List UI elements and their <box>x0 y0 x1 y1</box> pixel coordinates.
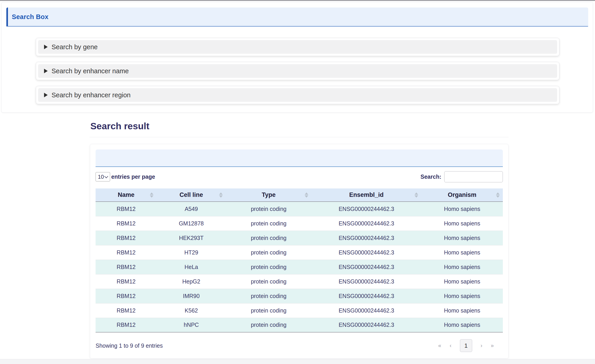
search-input[interactable] <box>444 171 503 182</box>
cell-organism: Homo sapiens <box>421 202 503 216</box>
cell-cell-line: hNPC <box>157 318 226 332</box>
results-table-head: Name Cell line Type Ensembl_id <box>96 188 503 202</box>
sort-icon <box>150 192 154 198</box>
cell-type: protein coding <box>226 216 312 231</box>
pagination-last-button[interactable]: » <box>491 343 494 348</box>
accordion-search-by-enhancer-name: Search by enhancer name <box>36 62 559 80</box>
cell-type: protein coding <box>226 231 312 245</box>
cell-ensembl-id: ENSG00000244462.3 <box>312 318 421 332</box>
cell-type: protein coding <box>226 245 312 260</box>
cell-organism: Homo sapiens <box>421 231 503 245</box>
accordion-search-by-enhancer-region: Search by enhancer region <box>36 86 559 104</box>
cell-cell-line: HeLa <box>157 260 226 274</box>
page-top-edge <box>0 0 595 1</box>
search-result-heading: Search result <box>90 121 149 131</box>
cell-organism: Homo sapiens <box>421 274 503 289</box>
cell-type: protein coding <box>226 289 312 303</box>
section-divider <box>89 137 509 137</box>
search-field-label: Search: <box>420 173 441 180</box>
cell-name: RBM12 <box>96 318 157 332</box>
table-controls: 10 entries per page Search: <box>96 171 503 182</box>
table-row: RBM12 HepG2 protein coding ENSG000002444… <box>96 274 503 289</box>
page: Search Box Search by gene Search by enha… <box>0 0 595 364</box>
page-bottom-edge <box>0 359 595 364</box>
table-search-control: Search: <box>420 171 503 182</box>
accordion-summary-search-by-enhancer-region[interactable]: Search by enhancer region <box>38 88 557 102</box>
cell-ensembl-id: ENSG00000244462.3 <box>312 274 421 289</box>
showing-entries-text: Showing 1 to 9 of 9 entries <box>96 343 163 349</box>
table-row: RBM12 A549 protein coding ENSG0000024446… <box>96 202 503 216</box>
accordion-label: Search by gene <box>51 43 98 51</box>
cell-type: protein coding <box>226 303 312 318</box>
entries-per-page-select-wrap: 10 <box>96 172 110 181</box>
sort-icon <box>415 192 418 198</box>
cell-cell-line: HT29 <box>157 245 226 260</box>
cell-organism: Homo sapiens <box>421 216 503 231</box>
search-results-card: 10 entries per page Search: Name Cell <box>90 144 509 358</box>
cell-cell-line: HEK293T <box>157 231 226 245</box>
entries-per-page-label: entries per page <box>111 173 155 180</box>
cell-organism: Homo sapiens <box>421 289 503 303</box>
accordion-summary-search-by-gene[interactable]: Search by gene <box>38 40 557 54</box>
pagination-first-button[interactable]: « <box>438 343 441 348</box>
table-row: RBM12 HT29 protein coding ENSG0000024446… <box>96 245 503 260</box>
header-row: Name Cell line Type Ensembl_id <box>96 188 503 202</box>
column-header-cell-line[interactable]: Cell line <box>157 188 226 202</box>
accordion-label: Search by enhancer region <box>51 91 131 99</box>
column-header-type[interactable]: Type <box>226 188 312 202</box>
cell-type: protein coding <box>226 274 312 289</box>
cell-ensembl-id: ENSG00000244462.3 <box>312 289 421 303</box>
pagination-page-1-button[interactable]: 1 <box>460 339 472 352</box>
sort-icon <box>305 192 308 198</box>
cell-type: protein coding <box>226 318 312 332</box>
cell-ensembl-id: ENSG00000244462.3 <box>312 216 421 231</box>
cell-organism: Homo sapiens <box>421 260 503 274</box>
column-header-ensembl-id[interactable]: Ensembl_id <box>312 188 421 202</box>
accordion-label: Search by enhancer name <box>51 67 129 75</box>
sort-icon <box>496 192 500 198</box>
table-row: RBM12 HeLa protein coding ENSG0000024446… <box>96 260 503 274</box>
cell-name: RBM12 <box>96 289 157 303</box>
cell-cell-line: HepG2 <box>157 274 226 289</box>
table-body: RBM12 A549 protein coding ENSG0000024446… <box>96 202 503 332</box>
column-header-organism[interactable]: Organism <box>421 188 503 202</box>
cell-type: protein coding <box>226 260 312 274</box>
cell-name: RBM12 <box>96 274 157 289</box>
cell-name: RBM12 <box>96 303 157 318</box>
cell-ensembl-id: ENSG00000244462.3 <box>312 260 421 274</box>
cell-type: protein coding <box>226 202 312 216</box>
caret-right-icon <box>44 69 48 73</box>
cell-name: RBM12 <box>96 231 157 245</box>
accordion-search-by-gene: Search by gene <box>36 38 559 56</box>
search-box-panel: Search Box Search by gene Search by enha… <box>1 2 593 112</box>
cell-organism: Homo sapiens <box>421 245 503 260</box>
table-row: RBM12 GM12878 protein coding ENSG0000024… <box>96 216 503 231</box>
search-box-header: Search Box <box>6 7 588 27</box>
table-row: RBM12 HEK293T protein coding ENSG0000024… <box>96 231 503 245</box>
cell-ensembl-id: ENSG00000244462.3 <box>312 303 421 318</box>
results-card-header <box>96 150 503 167</box>
pagination: « ‹ 1 › » <box>438 339 494 352</box>
cell-ensembl-id: ENSG00000244462.3 <box>312 231 421 245</box>
table-row: RBM12 IMR90 protein coding ENSG000002444… <box>96 289 503 303</box>
entries-per-page-select[interactable]: 10 <box>96 172 110 181</box>
cell-ensembl-id: ENSG00000244462.3 <box>312 245 421 260</box>
cell-name: RBM12 <box>96 260 157 274</box>
cell-name: RBM12 <box>96 202 157 216</box>
table-row: RBM12 K562 protein coding ENSG0000024446… <box>96 303 503 318</box>
cell-ensembl-id: ENSG00000244462.3 <box>312 202 421 216</box>
cell-organism: Homo sapiens <box>421 303 503 318</box>
cell-name: RBM12 <box>96 216 157 231</box>
cell-cell-line: GM12878 <box>157 216 226 231</box>
column-header-name[interactable]: Name <box>96 188 157 202</box>
pagination-next-button[interactable]: › <box>481 343 482 348</box>
caret-right-icon <box>44 45 48 49</box>
table-footer: Showing 1 to 9 of 9 entries « ‹ 1 › » <box>96 339 503 352</box>
caret-right-icon <box>44 93 48 97</box>
cell-cell-line: K562 <box>157 303 226 318</box>
table-row: RBM12 hNPC protein coding ENSG0000024446… <box>96 318 503 332</box>
cell-name: RBM12 <box>96 245 157 260</box>
pagination-previous-button[interactable]: ‹ <box>450 343 452 348</box>
sort-icon <box>219 192 223 198</box>
accordion-summary-search-by-enhancer-name[interactable]: Search by enhancer name <box>38 64 557 78</box>
